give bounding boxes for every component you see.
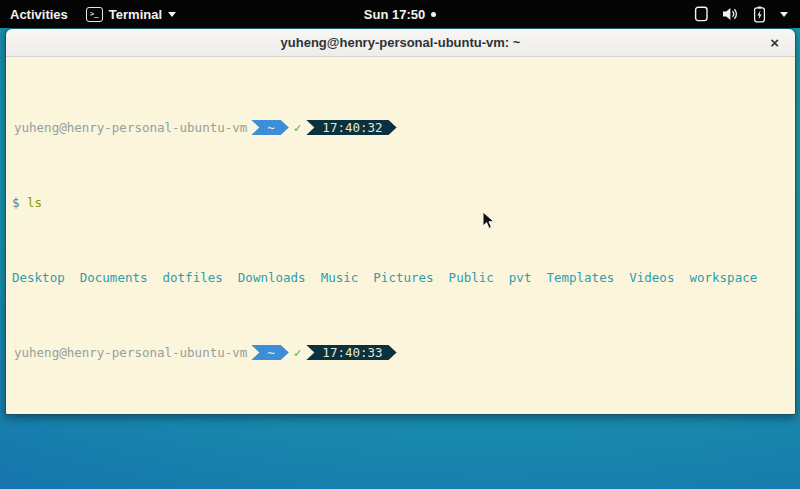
battery-charging-icon	[752, 6, 767, 23]
app-menu-label: Terminal	[109, 7, 162, 22]
directory-name: Templates	[546, 270, 614, 285]
desktop: Activities >_ Terminal Sun 17:50	[0, 0, 800, 489]
prompt-line: yuheng@henry-personal-ubuntu-vm ~ ✓ 17:4…	[6, 120, 795, 135]
chevron-down-icon	[780, 12, 788, 17]
directory-name: Documents	[80, 270, 148, 285]
directory-name: Videos	[629, 270, 674, 285]
command-line: $ ls	[6, 195, 795, 210]
directory-name: workspace	[689, 270, 757, 285]
ls-output-line: Desktop Documents dotfiles Downloads Mus…	[6, 270, 795, 285]
prompt-time: 17:40:32	[322, 120, 382, 135]
prompt-dollar: $	[12, 195, 20, 210]
window-titlebar[interactable]: yuheng@henry-personal-ubuntu-vm: ~ ×	[6, 29, 795, 57]
prompt-line: yuheng@henry-personal-ubuntu-vm ~ ✓ 17:4…	[6, 345, 795, 360]
terminal-icon: >_	[86, 7, 103, 22]
command-text: ls	[27, 195, 42, 210]
status-ok-icon: ✓	[294, 345, 302, 360]
prompt-user: yuheng@henry-personal-ubuntu-vm	[14, 345, 247, 360]
directory-name: Downloads	[238, 270, 306, 285]
activities-label: Activities	[10, 7, 68, 22]
directory-name: Pictures	[373, 270, 433, 285]
prompt-time-segment: 17:40:33	[306, 345, 396, 360]
top-bar-left: Activities >_ Terminal	[0, 7, 176, 22]
directory-name: Public	[449, 270, 494, 285]
terminal-content[interactable]: yuheng@henry-personal-ubuntu-vm ~ ✓ 17:4…	[6, 57, 795, 415]
notification-dot-icon	[431, 12, 436, 17]
directory-name: Music	[321, 270, 359, 285]
clock-label: Sun 17:50	[364, 7, 425, 22]
display-icon	[694, 6, 709, 22]
activities-button[interactable]: Activities	[10, 7, 68, 22]
directory-name: dotfiles	[163, 270, 223, 285]
prompt-path-segment: ~	[251, 345, 289, 360]
prompt-path: ~	[267, 345, 275, 360]
prompt-time-segment: 17:40:32	[306, 120, 396, 135]
prompt-path-segment: ~	[251, 120, 289, 135]
app-menu-terminal[interactable]: >_ Terminal	[86, 7, 176, 22]
chevron-down-icon	[168, 12, 176, 17]
close-button[interactable]: ×	[766, 29, 783, 56]
status-ok-icon: ✓	[294, 120, 302, 135]
terminal-window: yuheng@henry-personal-ubuntu-vm: ~ × yuh…	[5, 28, 796, 415]
volume-icon	[722, 6, 739, 22]
system-menu-button[interactable]	[694, 6, 800, 23]
prompt-time: 17:40:33	[322, 345, 382, 360]
prompt-path: ~	[267, 120, 275, 135]
directory-name: Desktop	[12, 270, 65, 285]
prompt-user: yuheng@henry-personal-ubuntu-vm	[14, 120, 247, 135]
directory-name: pvt	[509, 270, 532, 285]
window-title: yuheng@henry-personal-ubuntu-vm: ~	[281, 35, 521, 50]
top-bar: Activities >_ Terminal Sun 17:50	[0, 0, 800, 28]
